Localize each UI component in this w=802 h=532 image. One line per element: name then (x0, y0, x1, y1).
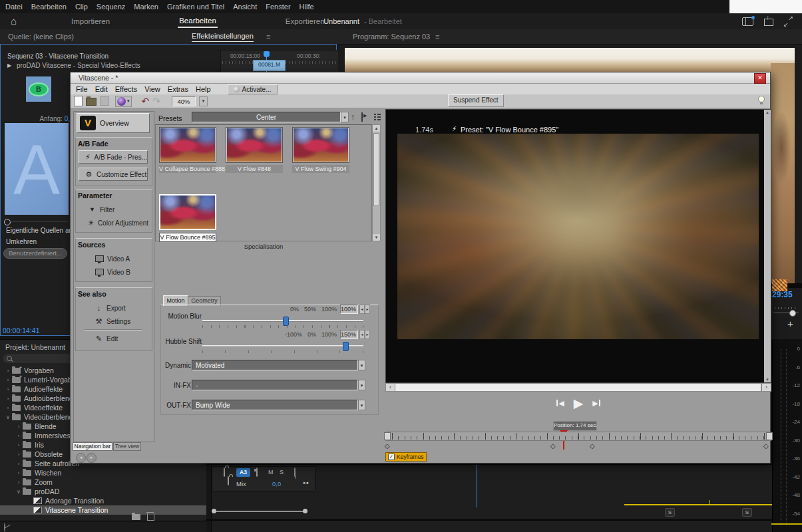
out-fx-dropdown[interactable]: Bump Wide (192, 400, 358, 410)
edit-item[interactable]: ✎ Edit (79, 332, 148, 344)
preview-hscrollbar[interactable]: ‹ › (385, 383, 771, 392)
lightbulb-icon[interactable] (758, 96, 765, 102)
menu-item[interactable]: Bearbeiten (31, 3, 67, 11)
settings-item[interactable]: ⚒ Settings (79, 315, 148, 327)
menu-item[interactable]: Marken (134, 3, 158, 11)
menu-item[interactable]: Datei (5, 3, 23, 11)
tree-item[interactable]: Adorage Transition (0, 496, 206, 505)
program-timecode[interactable]: 29:35 (772, 290, 793, 299)
tree-chevron-icon[interactable]: › (4, 368, 12, 374)
overview-button[interactable]: V Overview (77, 113, 150, 133)
preset-category-dropdown[interactable]: Center (192, 112, 341, 122)
tree-chevron-icon[interactable]: › (4, 405, 12, 411)
solo-badge[interactable]: S (742, 508, 752, 517)
custom-button[interactable]: Benutzerdefiniert... (3, 248, 67, 259)
menu-item[interactable]: Ansicht (233, 3, 257, 11)
nav-back-button[interactable]: ◂ (76, 453, 86, 463)
bowtie-icon[interactable]: ▸◂ (303, 480, 308, 485)
redo-icon[interactable]: ↷ (152, 98, 160, 104)
close-button[interactable]: ✕ (754, 73, 766, 84)
duration-timecode[interactable]: 00:00:14:41 (3, 327, 39, 334)
mix-value[interactable]: 0,0 (272, 480, 281, 487)
panel-menu-icon[interactable]: ≡ (435, 33, 439, 41)
presets-scrollbar[interactable]: ▲ ▼ (372, 124, 381, 241)
motion-blur-track[interactable] (202, 320, 363, 322)
share-export-icon[interactable] (764, 19, 773, 26)
track-a3-badge[interactable]: A3 (236, 468, 250, 477)
tree-chevron-icon[interactable]: ∨ (15, 489, 23, 495)
panel-menu-icon[interactable]: ≡ (266, 33, 270, 41)
hubble-shift-track[interactable] (202, 345, 363, 347)
workspaces-icon[interactable] (742, 17, 753, 26)
open-file-icon[interactable] (86, 98, 97, 106)
view-mode-icon[interactable] (373, 112, 381, 120)
scroll-down-icon[interactable]: ▼ (373, 234, 380, 241)
keyframe-diamond[interactable] (550, 442, 556, 450)
range-end-handle[interactable] (766, 432, 773, 440)
timeline-hscrollbar[interactable] (214, 511, 305, 512)
menu-help[interactable]: Help (196, 85, 211, 93)
menu-edit[interactable]: Edit (95, 85, 108, 93)
play-presets-icon[interactable] (361, 112, 363, 122)
new-bin-icon[interactable] (132, 514, 140, 520)
tab-effect-controls[interactable]: Effekteinstellungen (192, 32, 254, 42)
menu-extras[interactable]: Extras (168, 85, 188, 93)
tree-item[interactable]: Vitascene Transition (0, 505, 206, 515)
tree-item[interactable]: ∨ proDAD (0, 487, 206, 496)
motion-blur-thumb[interactable] (283, 317, 289, 326)
hubble-shift-thumb[interactable] (343, 342, 349, 351)
tree-chevron-icon[interactable]: › (4, 396, 12, 402)
audio-level-line[interactable] (624, 504, 772, 505)
up-level-icon[interactable]: ↑ (351, 112, 355, 122)
keyframe-diamond[interactable] (385, 442, 390, 450)
render-effect-button[interactable]: ▾ (115, 96, 132, 107)
menu-item[interactable]: Fenster (266, 3, 290, 11)
zoom-dropdown-icon[interactable]: ▾ (199, 96, 208, 106)
preset-item-selected[interactable]: V Flow Bounce #895 (159, 194, 216, 242)
tree-item[interactable]: › Wischen (0, 468, 206, 477)
tab-tree-view[interactable]: Tree view (113, 442, 141, 451)
dropdown-arrow-icon[interactable]: ▾ (358, 400, 365, 410)
motion-blur-spinner[interactable]: ◂▸ (359, 305, 370, 314)
tree-chevron-icon[interactable]: › (15, 470, 23, 476)
disclosure-triangle-icon[interactable]: ▶ (7, 63, 11, 68)
scroll-left-icon[interactable]: ‹ (386, 384, 395, 391)
nav-forward-button[interactable]: ▸ (87, 453, 97, 463)
solo-button[interactable]: S (280, 469, 284, 475)
sync-status-icon[interactable] (4, 523, 5, 532)
start-value[interactable]: 0, (65, 115, 70, 122)
hubble-shift-value[interactable]: 150% (340, 330, 358, 339)
tab-navigation-bar[interactable]: Navigation bar (73, 442, 112, 451)
undo-icon[interactable]: ↶ (142, 98, 150, 104)
motion-blur-value[interactable]: 100% (340, 305, 358, 314)
range-start-handle[interactable] (384, 432, 391, 440)
zoom-slider-knob[interactable] (789, 310, 796, 317)
play-button[interactable]: ▶ (574, 396, 584, 411)
lock-icon[interactable] (228, 476, 229, 485)
skip-start-button[interactable]: ◀ (556, 399, 564, 408)
hubble-shift-spinner[interactable]: ◂▸ (359, 330, 370, 339)
keyframe-diamond[interactable] (590, 442, 595, 450)
lock-icon[interactable] (224, 467, 225, 477)
tree-chevron-icon[interactable]: › (4, 377, 12, 383)
menu-item[interactable]: Sequenz (97, 3, 125, 11)
slider-handle[interactable] (4, 219, 11, 225)
add-button[interactable]: + (787, 318, 793, 329)
scroll-right-icon[interactable]: › (761, 384, 771, 391)
fullscreen-icon[interactable] (784, 17, 793, 26)
timeline-playhead[interactable] (477, 465, 477, 507)
mic-icon[interactable] (294, 467, 296, 477)
keyframe-diamond[interactable] (763, 442, 769, 450)
scrollbar-handle[interactable] (303, 509, 307, 513)
new-file-icon[interactable] (74, 96, 83, 106)
dropdown-arrow-icon[interactable]: ▾ (358, 380, 365, 390)
tree-chevron-icon[interactable]: › (15, 461, 23, 467)
clip-segment[interactable]: 00081.M (253, 60, 286, 71)
scrollbar-thumb[interactable] (395, 384, 761, 391)
dropdown-arrow-icon[interactable]: ▾ (341, 112, 349, 122)
customize-effect-button[interactable]: ⚙ Customize Effect (79, 168, 148, 181)
tab-source[interactable]: Quelle: (keine Clips) (8, 33, 74, 41)
preset-item[interactable]: V Flow #848 (226, 128, 283, 173)
in-fx-dropdown[interactable]: - (192, 380, 358, 390)
solo-badge[interactable]: S (665, 508, 675, 517)
